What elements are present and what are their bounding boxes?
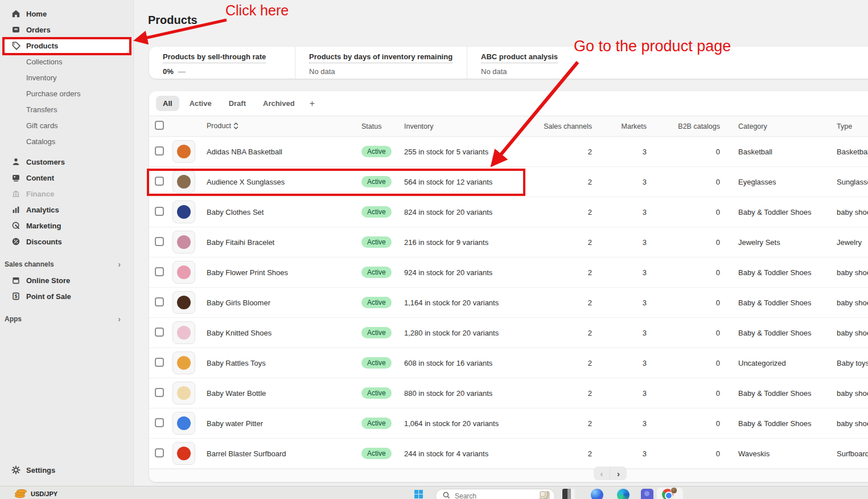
product-name-link[interactable]: Baby Girls Bloomer: [207, 298, 361, 307]
metric-value: 0%—: [163, 67, 295, 76]
gear-icon: [11, 465, 20, 475]
table-row[interactable]: Baby Flower Print Shoes Active 924 in st…: [149, 257, 868, 288]
sidebar-section-sales-channels[interactable]: Sales channels ›: [5, 256, 129, 272]
tab-active[interactable]: Active: [183, 96, 219, 111]
product-name-link[interactable]: Baby water Pitter: [207, 419, 361, 428]
sidebar-item-orders[interactable]: Orders: [5, 22, 129, 38]
sidebar-item-customers[interactable]: Customers: [5, 154, 129, 170]
metric-title-link[interactable]: ABC product analysis: [481, 52, 558, 63]
product-name-link[interactable]: Audience X Sunglasses: [207, 178, 361, 186]
sidebar-item-catalogs[interactable]: Catalogs: [5, 133, 129, 149]
tab-all[interactable]: All: [156, 96, 179, 111]
b2b-catalogs-cell: 0: [647, 359, 720, 367]
sidebar-item-inventory[interactable]: Inventory: [5, 69, 129, 85]
storefront-icon: [11, 276, 20, 285]
product-thumbnail: [172, 412, 195, 435]
row-checkbox[interactable]: [155, 328, 164, 337]
metric-title-link[interactable]: Products by sell-through rate: [163, 52, 266, 63]
table-row[interactable]: Barrel Blaster Surfboard Active 244 in s…: [149, 439, 868, 469]
section-label: Sales channels: [5, 260, 54, 268]
table-row[interactable]: Baby Knitted Shoes Active 1,280 in stock…: [149, 318, 868, 348]
product-name-link[interactable]: Baby Flower Print Shoes: [207, 268, 361, 277]
sidebar-item-purchase-orders[interactable]: Purchase orders: [5, 85, 129, 101]
metric-title-link[interactable]: Products by days of inventory remaining: [309, 52, 452, 63]
product-thumbnail: [172, 170, 195, 193]
type-cell: Basketball: [825, 148, 868, 156]
edge-icon[interactable]: [617, 489, 630, 499]
row-checkbox[interactable]: [155, 448, 164, 457]
sales-channels-cell: 2: [540, 268, 592, 277]
product-name-link[interactable]: Adidas NBA Basketball: [207, 148, 361, 156]
markets-cell: 3: [592, 449, 647, 458]
product-thumb-shape: [177, 296, 191, 309]
teams-icon[interactable]: [641, 489, 653, 499]
row-checkbox[interactable]: [155, 358, 164, 367]
markets-cell: 3: [592, 208, 647, 216]
add-view-button[interactable]: +: [305, 97, 319, 110]
sidebar-item-marketing[interactable]: Marketing: [5, 218, 129, 234]
previous-page-button[interactable]: ‹: [594, 467, 610, 480]
table-row[interactable]: Adidas NBA Basketball Active 255 in stoc…: [149, 137, 868, 167]
status-badge: Active: [361, 327, 392, 338]
row-checkbox[interactable]: [155, 207, 164, 216]
table-row[interactable]: Baby Fitaihi Bracelet Active 216 in stoc…: [149, 227, 868, 257]
sales-channels-cell: 2: [540, 238, 592, 247]
table-row[interactable]: Audience X Sunglasses Active 564 in stoc…: [149, 167, 868, 197]
status-badge: Active: [361, 448, 392, 459]
row-checkbox[interactable]: [155, 297, 164, 306]
taskbar-search[interactable]: [435, 489, 555, 499]
row-checkbox[interactable]: [155, 177, 164, 186]
chevron-right-icon: ›: [118, 315, 121, 323]
tab-archived[interactable]: Archived: [256, 96, 302, 111]
file-explorer-icon[interactable]: [562, 489, 575, 499]
sidebar-item-gift-cards[interactable]: Gift cards: [5, 117, 129, 133]
chrome-profile-avatar: [670, 487, 677, 494]
inventory-cell: 1,064 in stock for 20 variants: [404, 419, 540, 428]
row-checkbox[interactable]: [155, 267, 164, 276]
product-name-link[interactable]: Baby Knitted Shoes: [207, 329, 361, 337]
sidebar-item-discounts[interactable]: Discounts: [5, 234, 129, 250]
row-checkbox[interactable]: [155, 418, 164, 427]
sales-channels-cell: 2: [540, 389, 592, 398]
sidebar-item-finance[interactable]: Finance: [5, 186, 129, 202]
search-input[interactable]: [455, 492, 534, 499]
windows-start-button[interactable]: [414, 490, 423, 498]
copilot-icon[interactable]: [591, 489, 603, 499]
type-cell: Sunglasses: [825, 178, 868, 186]
inventory-cell: 824 in stock for 20 variants: [404, 208, 540, 216]
table-row[interactable]: Baby Rattles Toys Active 608 in stock fo…: [149, 348, 868, 378]
sidebar-subitem-label: Transfers: [26, 105, 57, 114]
sidebar-item-transfers[interactable]: Transfers: [5, 101, 129, 117]
column-header-product[interactable]: Product: [207, 122, 361, 131]
sidebar-item-analytics[interactable]: Analytics: [5, 202, 129, 218]
product-name-link[interactable]: Barrel Blaster Surfboard: [207, 449, 361, 458]
sidebar-item-online-store[interactable]: Online Store: [5, 272, 129, 288]
table-row[interactable]: Baby water Pitter Active 1,064 in stock …: [149, 408, 868, 439]
select-all-checkbox[interactable]: [155, 121, 164, 130]
currency-widget[interactable]: USD/JPY: [15, 489, 57, 498]
row-checkbox[interactable]: [155, 146, 164, 156]
markets-cell: 3: [592, 389, 647, 398]
row-checkbox[interactable]: [155, 388, 164, 397]
sidebar-item-point-of-sale[interactable]: $ Point of Sale: [5, 288, 129, 304]
status-badge: Active: [361, 267, 392, 278]
product-name-link[interactable]: Baby Fitaihi Bracelet: [207, 238, 361, 247]
table-row[interactable]: Baby Clothes Set Active 824 in stock for…: [149, 197, 868, 227]
sidebar-item-content[interactable]: Content: [5, 170, 129, 186]
row-checkbox[interactable]: [155, 237, 164, 246]
product-name-link[interactable]: Baby Clothes Set: [207, 208, 361, 216]
product-name-link[interactable]: Baby Rattles Toys: [207, 359, 361, 367]
table-row[interactable]: Baby Girls Bloomer Active 1,164 in stock…: [149, 288, 868, 318]
sidebar-item-home[interactable]: Home: [5, 6, 129, 22]
trend-dash: —: [178, 67, 186, 76]
sidebar-item-settings[interactable]: Settings: [5, 462, 129, 478]
sidebar-item-label: Discounts: [26, 238, 62, 246]
sidebar-item-products[interactable]: Products: [5, 38, 129, 54]
sidebar-item-collections[interactable]: Collections: [5, 54, 129, 69]
sidebar-section-apps[interactable]: Apps ›: [5, 311, 129, 327]
next-page-button[interactable]: ›: [610, 467, 627, 480]
product-name-link[interactable]: Baby Water Bottle: [207, 389, 361, 398]
table-row[interactable]: Baby Water Bottle Active 880 in stock fo…: [149, 378, 868, 408]
tab-draft[interactable]: Draft: [222, 96, 253, 111]
sidebar-item-label: Content: [26, 174, 54, 182]
